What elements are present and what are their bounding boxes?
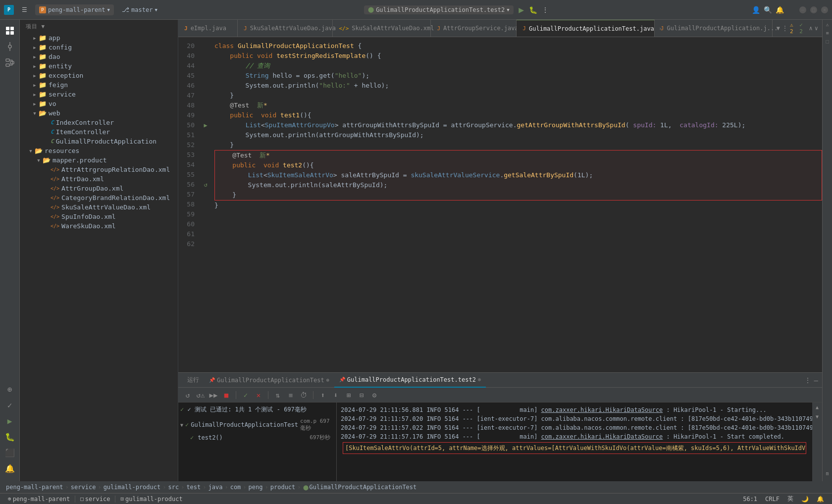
tab-skusaleattrvaluedao-java[interactable]: J SkuSaleAttrValueDao.java [238, 20, 333, 37]
tree-item-config[interactable]: ▶ 📁 config [20, 43, 178, 52]
tree-item-attrdao-xml[interactable]: ▶ </> AttrDao.xml [20, 174, 178, 184]
activity-debug-icon[interactable]: 🐛 [3, 430, 17, 444]
search-icon[interactable]: 🔍 [764, 6, 772, 14]
tab-gulimall-app[interactable]: J GulimallProductApplication.j... [655, 20, 773, 37]
tree-item-dao[interactable]: ▶ 📁 dao [20, 52, 178, 61]
tree-item-web[interactable]: ▼ 📂 web [20, 108, 178, 118]
status-language[interactable]: 英 [783, 495, 797, 503]
activity-notifications-icon[interactable]: 🔔 [3, 461, 17, 475]
x-btn[interactable]: ✕ [253, 390, 264, 401]
tab-list-icon[interactable]: ▼ [777, 25, 780, 32]
tab-skusaleattrvaluedao-xml[interactable]: </> SkuSaleAttrValueDao.xml [333, 20, 431, 37]
close-button[interactable]: ✕ [821, 6, 828, 13]
tree-item-attrgroupdao-xml[interactable]: ▶ </> AttrGroupDao.xml [20, 184, 178, 193]
expand-tree-btn[interactable]: ⊞ [343, 390, 354, 401]
branch-selector[interactable]: ⎇ master ▼ [118, 4, 161, 15]
tree-item-spuinfo-xml[interactable]: ▶ </> SpuInfoDao.xml [20, 212, 178, 221]
debug-button[interactable]: 🐛 [529, 6, 537, 14]
breadcrumb-item-service[interactable]: service [71, 484, 96, 491]
scroll-up-icon[interactable]: ▲ [815, 404, 820, 410]
tree-item-resources[interactable]: ▼ 📂 resources [20, 146, 178, 155]
more-run-options[interactable]: ⋮ [541, 6, 549, 14]
run-button[interactable]: ▶ [518, 6, 525, 14]
code-editor[interactable]: 20 40 44 45 46 47 48 49 50 51 52 53 54 5… [178, 37, 822, 372]
test-tree-root[interactable]: ▼ ✓ GulimallProductApplicationTest com.p… [180, 417, 334, 433]
profile-icon[interactable]: 👤 [752, 6, 760, 14]
gutter-run-56[interactable]: ↺ [204, 180, 207, 190]
gutter-icon-m[interactable]: m [826, 471, 829, 476]
export-btn[interactable]: ⬆ [317, 390, 328, 401]
breadcrumb-item-com[interactable]: com [230, 484, 241, 491]
bottom-tab-test1[interactable]: 📌 GulimallProductApplicationTest ⊗ [204, 373, 334, 388]
activity-run-icon[interactable]: ▶ [3, 414, 17, 428]
breadcrumb-item-peng[interactable]: peng [249, 484, 263, 491]
activity-bookmark-icon[interactable]: ⊕ [3, 382, 17, 396]
tab-attrgroupservice[interactable]: J AttrGroupService.java [431, 20, 517, 37]
tab-gulimall-test[interactable]: J GulimallProductApplicationTest.java ✕ [517, 20, 654, 37]
pin-close-icon[interactable]: ⊗ [326, 377, 329, 383]
check-btn[interactable]: ✓ [240, 390, 251, 401]
breadcrumb-item-product[interactable]: product [270, 484, 296, 491]
sort-btn[interactable]: ⇅ [272, 390, 283, 401]
gutter-icon-2[interactable]: ≡ [826, 30, 829, 36]
gutter-icon-3[interactable]: ⬚ [826, 39, 829, 44]
status-position[interactable]: 56:1 [739, 495, 761, 503]
run-configuration[interactable]: ⬤ GulimallProductApplicationTest.test2 ▼ [364, 5, 514, 14]
project-selector[interactable]: P peng-mall-parent ▼ [35, 4, 114, 15]
filter-btn[interactable]: ≡ [285, 390, 296, 401]
bottom-more-icon[interactable]: ⋮ [804, 376, 811, 384]
breadcrumb-item-class[interactable]: ⬤GulimallProductApplicationTest [303, 484, 417, 491]
tree-item-item-controller[interactable]: ▶ C ItemController [20, 127, 178, 137]
tree-item-attrgroup-xml[interactable]: ▶ </> AttrAttrgroupRelationDao.xml [20, 165, 178, 174]
activity-todo-icon[interactable]: ✓ [3, 398, 17, 412]
rerun-btn[interactable]: ↺ [182, 390, 193, 401]
gutter-run-50[interactable]: ▶ [204, 120, 207, 130]
status-line-ending[interactable]: CRLF [761, 495, 783, 503]
settings-btn[interactable]: ⚙ [369, 390, 380, 401]
tree-item-feign[interactable]: ▶ 📁 feign [20, 80, 178, 90]
breadcrumb-item-java[interactable]: java [208, 484, 223, 491]
run-all-btn[interactable]: ▶▶ [208, 390, 219, 401]
stop-btn[interactable]: ■ [221, 390, 232, 401]
test-tree-child[interactable]: ✓ test2() 697秒秒 [180, 433, 334, 442]
collapse-tree-btn[interactable]: ⊟ [356, 390, 367, 401]
breadcrumb-item-src[interactable]: src [168, 484, 179, 491]
tree-item-entity[interactable]: ▶ 📁 entity [20, 61, 178, 71]
activity-project-icon[interactable] [3, 24, 17, 38]
collapse-icon[interactable]: ∧ [809, 25, 813, 32]
tree-item-index-controller[interactable]: ▶ C IndexController [20, 118, 178, 127]
tree-item-service[interactable]: ▶ 📁 service [20, 90, 178, 99]
bottom-tab-run[interactable]: 运行 [182, 373, 204, 388]
tab-more-icon[interactable]: ⋮ [782, 25, 788, 32]
tree-item-categorybrand-xml[interactable]: ▶ </> CategoryBrandRelationDao.xml [20, 193, 178, 202]
status-theme[interactable]: 🌙 [797, 495, 813, 503]
hamburger-menu[interactable]: ☰ [18, 4, 31, 15]
pin-close-icon[interactable]: ⊗ [478, 377, 481, 382]
gutter-icon-1[interactable]: ⚠ [826, 22, 829, 27]
tree-item-mapper-product[interactable]: ▼ 📂 mapper.product [20, 155, 178, 165]
rerun-failed-btn[interactable]: ↺⚠ [195, 390, 206, 401]
status-notifications[interactable]: 🔔 [813, 495, 828, 503]
maximize-button[interactable]: □ [810, 6, 817, 13]
activity-terminal-icon[interactable]: ⬛ [3, 446, 17, 459]
bottom-tab-test2[interactable]: 📌 GulimallProductApplicationTest.test2 ⊗ [334, 373, 486, 388]
bottom-minimize-icon[interactable]: — [814, 376, 818, 384]
tree-item-waresku-xml[interactable]: ▶ </> WareSkuDao.xml [20, 221, 178, 231]
activity-structure-icon[interactable] [3, 55, 17, 69]
minimize-button[interactable]: — [799, 6, 806, 13]
notifications-icon[interactable]: 🔔 [776, 6, 783, 14]
clock-btn[interactable]: ⏱ [298, 390, 309, 401]
tree-item-skusaleattrvalue-xml[interactable]: ▶ </> SkuSaleAttrValueDao.xml [20, 202, 178, 212]
status-service[interactable]: □ service [76, 496, 114, 503]
breadcrumb-item-gulimall-product[interactable]: gulimall-product [104, 484, 161, 491]
scroll-down-icon[interactable]: ▼ [815, 414, 820, 419]
tree-item-vo[interactable]: ▶ 📁 vo [20, 99, 178, 108]
breadcrumb-item-root[interactable]: peng-mall-parent [6, 484, 63, 491]
status-module[interactable]: ⊡ gulimall-product [116, 496, 186, 503]
tree-item-app[interactable]: ▶ 📁 app [20, 33, 178, 43]
tree-item-application[interactable]: ▶ C GulimallProductApplication [20, 137, 178, 146]
activity-commit-icon[interactable] [3, 40, 17, 53]
breadcrumb-item-test[interactable]: test [186, 484, 201, 491]
expand-icon[interactable]: ∨ [815, 25, 818, 32]
import-btn[interactable]: ⬇ [330, 390, 341, 401]
